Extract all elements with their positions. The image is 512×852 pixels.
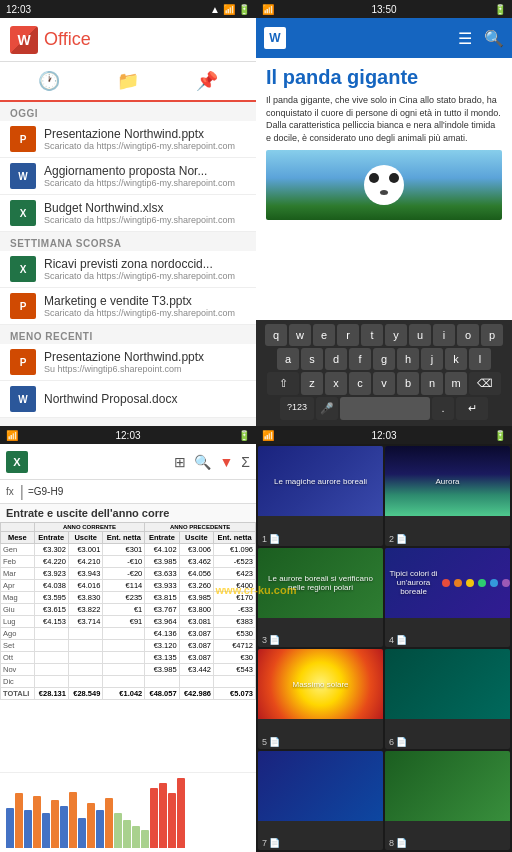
table-row[interactable]: Lug€4.153€3.714€91€3.964€3.081€383: [1, 616, 256, 628]
list-item[interactable]: Le aurore boreali si verificano nelle re…: [258, 548, 383, 648]
key-a[interactable]: a: [277, 348, 299, 370]
tab-files[interactable]: 📁: [89, 62, 168, 100]
search-icon[interactable]: 🔍: [484, 29, 504, 48]
key-space[interactable]: [340, 397, 430, 420]
table-cell: [34, 640, 68, 652]
key-x[interactable]: x: [325, 372, 347, 395]
table-row[interactable]: TOTALI€28.131€28.549€1.042€48.057€42.986…: [1, 688, 256, 700]
list-item[interactable]: 6 📄: [385, 649, 510, 749]
key-h[interactable]: h: [397, 348, 419, 370]
menu-icon[interactable]: ☰: [458, 29, 472, 48]
key-u[interactable]: u: [409, 324, 431, 346]
table-cell: €5.073: [214, 688, 256, 700]
key-backspace[interactable]: ⌫: [469, 372, 501, 395]
list-item[interactable]: Aurora2 📄: [385, 446, 510, 546]
key-c[interactable]: c: [349, 372, 371, 395]
keyboard-row-3: ⇧ z x c v b n m ⌫: [258, 372, 510, 395]
sum-icon[interactable]: Σ: [241, 454, 250, 470]
table-row[interactable]: Mag€3.595€3.830€235€3.815€3.985€170: [1, 592, 256, 604]
key-d[interactable]: d: [325, 348, 347, 370]
key-r[interactable]: r: [337, 324, 359, 346]
table-row[interactable]: Ago€4.136€3.087€530: [1, 628, 256, 640]
table-row[interactable]: Giu€3.615€3.822€1€3.767€3.800-€33: [1, 604, 256, 616]
list-item[interactable]: X Ricavi previsti zona nordoccid... Scar…: [0, 251, 256, 288]
key-j[interactable]: j: [421, 348, 443, 370]
table-row[interactable]: Nov€3.985€3.442€543: [1, 664, 256, 676]
key-q[interactable]: q: [265, 324, 287, 346]
key-p[interactable]: p: [481, 324, 503, 346]
tab-recent[interactable]: 🕐: [10, 62, 89, 102]
key-b[interactable]: b: [397, 372, 419, 395]
search-icon[interactable]: 🔍: [194, 454, 211, 470]
table-cell: €3.135: [145, 652, 179, 664]
list-item[interactable]: X Budget Northwind.xlsx Scaricato da htt…: [0, 195, 256, 232]
table-cell: [103, 664, 145, 676]
tab-pinned[interactable]: 📌: [167, 62, 246, 100]
key-l[interactable]: l: [469, 348, 491, 370]
col-nette: Ent. netta: [103, 532, 145, 544]
table-row[interactable]: Gen€3.302€3.001€301€4.102€3.006€1.096: [1, 544, 256, 556]
key-z[interactable]: z: [301, 372, 323, 395]
table-row[interactable]: Apr€4.038€4.016€114€3.933€3.260€400: [1, 580, 256, 592]
col-uscite2: Uscite: [179, 532, 213, 544]
list-item[interactable]: P Marketing e vendite T3.pptx Scaricato …: [0, 288, 256, 325]
col-entrate2: Entrate: [145, 532, 179, 544]
list-item[interactable]: P Presentazione Northwind.pptx Su https:…: [0, 344, 256, 381]
key-w[interactable]: w: [289, 324, 311, 346]
list-item[interactable]: W Aggiornamento proposta Nor... Scaricat…: [0, 158, 256, 195]
formula-cell-ref: fx: [6, 486, 14, 497]
key-mic[interactable]: 🎤: [316, 397, 338, 420]
key-i[interactable]: i: [433, 324, 455, 346]
file-info: Aggiornamento proposta Nor... Scaricato …: [44, 164, 246, 188]
key-v[interactable]: v: [373, 372, 395, 395]
key-enter[interactable]: ↵: [456, 397, 488, 420]
chart-bar: [150, 788, 158, 848]
key-k[interactable]: k: [445, 348, 467, 370]
list-item[interactable]: 7 📄: [258, 751, 383, 851]
chart-bar: [60, 806, 68, 848]
chart-bar: [24, 810, 32, 848]
excel-icon: X: [10, 200, 36, 226]
table-row[interactable]: Mar€3.923€3.943-€20€3.633€4.056€423: [1, 568, 256, 580]
table-cell: Feb: [1, 556, 35, 568]
slide-number: 4 📄: [389, 635, 407, 645]
doc-body[interactable]: Il panda gigante, che vive solo in Cina …: [266, 94, 502, 144]
key-m[interactable]: m: [445, 372, 467, 395]
table-row[interactable]: Ott€3.135€3.087€30: [1, 652, 256, 664]
chart-bar: [114, 813, 122, 848]
key-o[interactable]: o: [457, 324, 479, 346]
key-period[interactable]: .: [432, 397, 454, 420]
key-y[interactable]: y: [385, 324, 407, 346]
formula-value[interactable]: =G9-H9: [28, 486, 63, 497]
chart-bar: [132, 826, 140, 848]
file-name: Presentazione Northwind.pptx: [44, 127, 246, 141]
word-logo: W: [264, 27, 286, 49]
key-f[interactable]: f: [349, 348, 371, 370]
table-cell: [179, 676, 213, 688]
key-n[interactable]: n: [421, 372, 443, 395]
table-cell: Mar: [1, 568, 35, 580]
table-row[interactable]: Feb€4.220€4.210-€10€3.985€3.462-€523: [1, 556, 256, 568]
view-icon[interactable]: ⊞: [174, 454, 186, 470]
table-cell: €3.815: [145, 592, 179, 604]
key-g[interactable]: g: [373, 348, 395, 370]
table-row[interactable]: Set€3.120€3.087€4712: [1, 640, 256, 652]
key-e[interactable]: e: [313, 324, 335, 346]
list-item[interactable]: 8 📄: [385, 751, 510, 851]
table-cell: Nov: [1, 664, 35, 676]
filter-icon[interactable]: ▼: [219, 454, 233, 470]
list-item[interactable]: Le magiche aurore boreali1 📄: [258, 446, 383, 546]
key-s[interactable]: s: [301, 348, 323, 370]
list-item[interactable]: Tipici colori di un'aurora boreale4 📄: [385, 548, 510, 648]
excel-table: ANNO CORRENTE ANNO PRECEDENTE Mese Entra…: [0, 522, 256, 772]
doc-content: Il panda gigante Il panda gigante, che v…: [256, 58, 512, 320]
table-row[interactable]: Dic: [1, 676, 256, 688]
key-shift[interactable]: ⇧: [267, 372, 299, 395]
key-numbers[interactable]: ?123: [280, 397, 314, 420]
key-t[interactable]: t: [361, 324, 383, 346]
table-cell: €4.153: [34, 616, 68, 628]
list-item[interactable]: P Presentazione Northwind.pptx Scaricato…: [0, 121, 256, 158]
list-item[interactable]: Massimo solare5 📄: [258, 649, 383, 749]
list-item[interactable]: W Northwind Proposal.docx: [0, 381, 256, 418]
office-app-title: Office: [44, 29, 91, 50]
